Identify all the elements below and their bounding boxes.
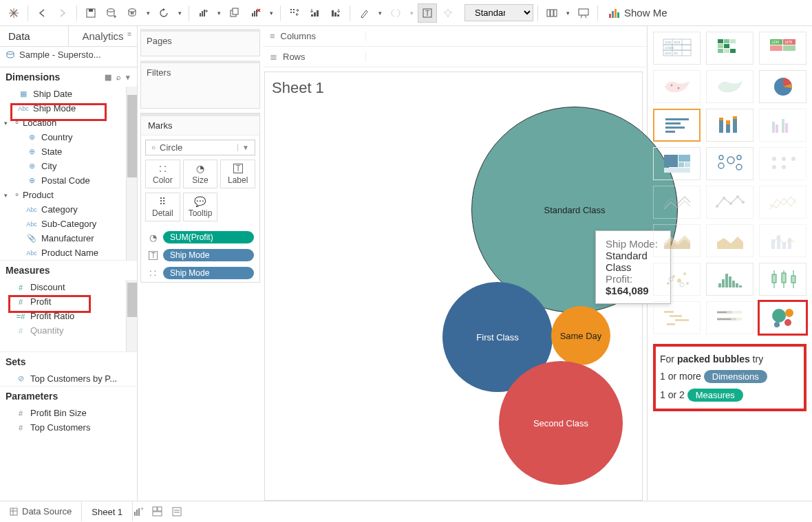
columns-shelf[interactable]: ≡Columns [263, 26, 647, 47]
pages-shelf[interactable]: Pages [140, 29, 260, 56]
clear-sheet-icon[interactable] [246, 3, 265, 23]
sheet-title[interactable]: Sheet 1 [265, 72, 642, 97]
sm-bullet[interactable] [706, 301, 754, 334]
mark-tooltip[interactable]: 💬Tooltip [183, 193, 218, 221]
param-top-customers[interactable]: Top Customers [30, 422, 90, 433]
dropdown-arrow-icon[interactable]: ▾ [266, 3, 276, 23]
tableau-logo-icon[interactable] [4, 3, 23, 23]
pill-size-profit[interactable]: ◔SUM(Profit) [141, 228, 259, 246]
pill-label-shipmode[interactable]: 🅃Ship Mode [141, 246, 259, 264]
svg-rect-126 [739, 285, 742, 287]
dim-manufacturer[interactable]: Manufacturer [41, 233, 94, 243]
sm-filled-map[interactable] [706, 70, 754, 103]
sort-desc-icon[interactable] [326, 3, 345, 23]
duplicate-sheet-icon[interactable] [225, 3, 244, 23]
bubble-same-day[interactable]: Same Day [551, 306, 610, 365]
new-dashboard-button[interactable] [152, 506, 171, 517]
dim-ship-date[interactable]: Ship Date [33, 89, 72, 99]
tab-sheet-1[interactable]: Sheet 1 [81, 501, 133, 521]
dropdown-arrow-icon[interactable]: ▾ [375, 3, 385, 23]
sm-highlight-table[interactable]: 12341678 [759, 32, 806, 65]
dim-category[interactable]: Category [41, 204, 78, 215]
new-story-button[interactable] [171, 506, 191, 517]
sm-stacked-bar[interactable] [706, 109, 754, 142]
dim-group-product[interactable]: Product [23, 190, 54, 200]
dim-country[interactable]: Country [41, 132, 73, 142]
sm-text-table[interactable]: 123416781234562623567 [653, 32, 701, 65]
mark-color[interactable]: ⸬Color [145, 160, 180, 188]
pause-auto-updates-icon[interactable] [122, 3, 142, 23]
mark-label[interactable]: 🅃Label [220, 160, 255, 188]
mark-size[interactable]: ◔Size [183, 160, 218, 188]
pin-icon[interactable] [438, 3, 458, 23]
sm-area-cont[interactable] [653, 224, 701, 257]
show-me-label: Show Me [624, 7, 667, 19]
datasource-row[interactable]: Sample - Supersto... [0, 47, 137, 67]
show-me-button[interactable]: Show Me [602, 4, 674, 21]
sm-side-circle[interactable] [759, 147, 806, 180]
sm-heat-map[interactable] [706, 32, 754, 65]
sm-dual-combo[interactable] [759, 224, 806, 257]
sm-area-disc[interactable] [706, 224, 754, 257]
dropdown-arrow-icon[interactable]: ▾ [214, 3, 224, 23]
back-button[interactable] [32, 3, 52, 23]
sm-hbar[interactable] [653, 109, 701, 142]
dropdown-arrow-icon[interactable]: ▾ [407, 3, 416, 23]
set-top-customers[interactable]: Top Customers by P... [30, 373, 117, 384]
sm-gantt[interactable] [653, 301, 701, 334]
marks-header: Marks [141, 113, 259, 135]
svg-point-94 [719, 155, 723, 160]
highlight-icon[interactable] [354, 3, 374, 23]
sm-pie[interactable] [759, 70, 806, 103]
dimensions-tools[interactable]: ▦ ⌕ ▾ [105, 73, 131, 82]
svg-rect-25 [290, 12, 292, 13]
mark-type-selector[interactable]: ○ Circle ▼ [145, 140, 255, 155]
param-profit-bin[interactable]: Profit Bin Size [30, 408, 87, 418]
group-icon[interactable] [386, 3, 405, 23]
viz-canvas[interactable]: Sheet 1 Standard Class First Class Same … [264, 72, 643, 501]
show-cards-icon[interactable] [542, 3, 562, 23]
sm-circle-views[interactable] [706, 147, 754, 180]
dim-postal-code[interactable]: Postal Code [41, 175, 90, 186]
new-worksheet-icon[interactable] [193, 3, 213, 23]
dropdown-arrow-icon[interactable]: ▾ [563, 3, 573, 23]
dim-sub-category[interactable]: Sub-Category [41, 219, 96, 229]
mark-detail[interactable]: ⠿Detail [145, 193, 180, 221]
meas-discount[interactable]: Discount [30, 282, 65, 292]
sm-treemap[interactable] [653, 147, 701, 180]
dim-city[interactable]: City [41, 161, 56, 171]
dim-product-name[interactable]: Product Name [41, 248, 98, 258]
sm-dual-line[interactable] [759, 186, 806, 219]
refresh-icon[interactable] [154, 3, 173, 23]
dropdown-arrow-icon[interactable]: ▾ [175, 3, 184, 23]
new-datasource-icon[interactable] [102, 3, 121, 23]
sm-histogram[interactable] [706, 263, 754, 296]
fit-selector[interactable]: Standard [464, 4, 533, 21]
filters-shelf[interactable]: Filters [140, 61, 260, 109]
meas-quantity[interactable]: Quantity [30, 325, 63, 336]
sm-scatter[interactable] [653, 263, 701, 296]
new-sheet-button[interactable]: + [133, 506, 152, 517]
tab-data[interactable]: Data [0, 26, 68, 46]
sm-packed-bubbles[interactable] [759, 301, 806, 334]
show-labels-icon[interactable]: T [418, 3, 437, 23]
swap-icon[interactable] [285, 3, 304, 23]
tab-analytics[interactable]: Analytics [68, 26, 137, 46]
svg-point-98 [736, 164, 742, 170]
tab-data-source[interactable]: Data Source [0, 501, 81, 521]
rows-shelf[interactable]: ≣Rows [263, 47, 647, 67]
sm-box-plot[interactable] [759, 263, 806, 296]
sm-line-disc[interactable] [706, 186, 754, 219]
dim-state[interactable]: State [41, 146, 62, 157]
hint-line2: 1 or 2 [660, 389, 685, 400]
bubble-second-class[interactable]: Second Class [499, 361, 623, 485]
presentation-mode-icon[interactable] [574, 3, 593, 23]
sort-asc-icon[interactable] [306, 3, 325, 23]
sm-line-cont[interactable] [653, 186, 701, 219]
save-icon[interactable] [81, 3, 100, 23]
forward-button[interactable] [53, 3, 72, 23]
sm-symbol-map[interactable] [653, 70, 701, 103]
sm-side-by-side-bar[interactable] [759, 109, 806, 142]
pill-color-shipmode[interactable]: ⸬Ship Mode [141, 264, 259, 282]
dropdown-arrow-icon[interactable]: ▾ [143, 3, 153, 23]
